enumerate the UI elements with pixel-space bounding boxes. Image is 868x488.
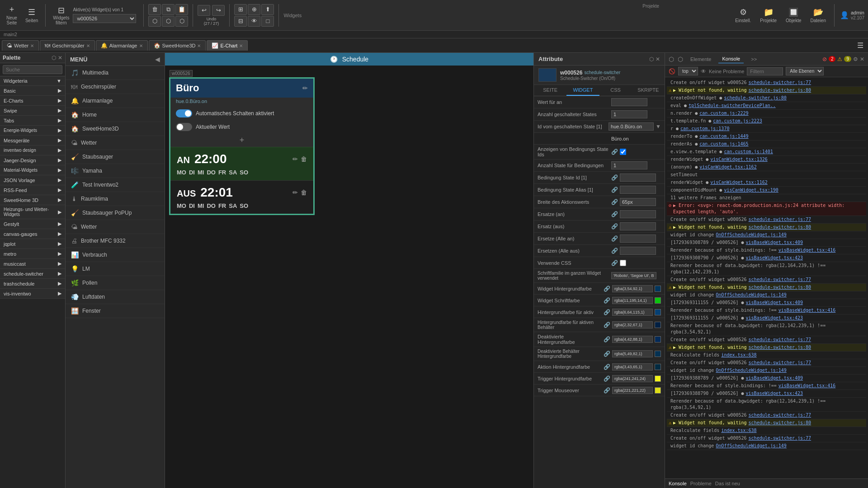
attr-input-ersatz-aus[interactable] bbox=[620, 222, 656, 230]
log-link[interactable]: visBaseWidget.tsx:423 bbox=[746, 390, 803, 397]
log-link[interactable]: schedule-switcher.js:77 bbox=[749, 337, 811, 343]
devtools-tab-more[interactable]: >> bbox=[747, 55, 760, 63]
tab-geschirrspueler[interactable]: 🍽 Geschirrspüler ✕ bbox=[40, 40, 95, 51]
toggle-auto[interactable] bbox=[176, 109, 192, 117]
attr-input-deact-bg[interactable] bbox=[612, 336, 653, 343]
attr-expand-btn[interactable]: ⬡ bbox=[649, 56, 654, 62]
palette-category-echarts[interactable]: E-Charts ▶ bbox=[0, 96, 65, 106]
log-link[interactable]: can.custom.js:1370 bbox=[680, 126, 729, 132]
wetter-tab-close[interactable]: ✕ bbox=[30, 43, 34, 48]
log-link[interactable]: OnOffScheduleWidget.js:149 bbox=[716, 443, 787, 449]
log-link[interactable]: visBaseWidget.tsx:416 bbox=[778, 383, 835, 389]
devtools-filter-input[interactable] bbox=[747, 67, 783, 75]
schedule-row-2-edit[interactable]: ✏ bbox=[292, 189, 298, 196]
attr-swatch-widget-bg[interactable] bbox=[655, 286, 661, 292]
tab-wetter[interactable]: 🌤 Wetter ✕ bbox=[2, 40, 39, 51]
log-link[interactable]: visCanWidget.tsx:190 bbox=[724, 187, 778, 193]
devtools-bottom-probleme[interactable]: Probleme bbox=[690, 481, 712, 486]
delete-button[interactable]: 🗑 bbox=[148, 4, 161, 15]
new-page-button[interactable]: + Neue Seite bbox=[4, 3, 20, 27]
nav-item-lm[interactable]: 💡 LM bbox=[66, 262, 165, 276]
attr-swatch-deact-bg[interactable] bbox=[655, 336, 661, 343]
log-link[interactable]: visBaseWidget.tsx:409 bbox=[746, 375, 803, 381]
log-link[interactable]: visBaseWidget.tsx:409 bbox=[746, 300, 803, 306]
devtools-panel-icon2[interactable]: ⬡ bbox=[678, 56, 683, 63]
palette-category-gestylt[interactable]: Gestylt ▶ bbox=[0, 219, 65, 229]
palette-category-jaeger[interactable]: Jaeger-Design ▶ bbox=[0, 155, 65, 165]
log-link[interactable]: visBaseWidget.tsx:423 bbox=[746, 315, 803, 321]
devtools-tab-elemente[interactable]: Elemente bbox=[687, 55, 715, 63]
attr-input-wert[interactable] bbox=[611, 98, 647, 106]
nav-item-staubsaugerpopup[interactable]: 🧹 Staubsauger PoPUp bbox=[66, 206, 165, 220]
attr-input-active-bg[interactable] bbox=[612, 309, 653, 316]
palette-category-widgeteria[interactable]: Widgeteria ▼ bbox=[0, 76, 65, 86]
palette-category-visinventwo[interactable]: vis-inventwo ▶ bbox=[0, 289, 65, 299]
palette-category-heizung[interactable]: Heizungs- und Wetter-Widgets ▶ bbox=[0, 205, 65, 219]
view3-button[interactable]: □ bbox=[261, 16, 274, 27]
log-link[interactable]: visBaseWidget.tsx:416 bbox=[778, 247, 835, 253]
nav-item-staubsauger[interactable]: 🧹 Staubsauger bbox=[66, 150, 165, 164]
attr-checkbox-css[interactable] bbox=[620, 260, 626, 266]
attr-input-action-bg[interactable] bbox=[612, 363, 653, 371]
attr-tab-widget[interactable]: WIDGET bbox=[566, 85, 599, 96]
nav-item-fenster[interactable]: 🪟 Fenster bbox=[66, 304, 165, 318]
attr-input-anzahl[interactable] bbox=[611, 110, 647, 118]
grid-button[interactable]: ⊟ bbox=[234, 16, 247, 27]
log-link[interactable]: OnOffScheduleWidget.js:149 bbox=[716, 292, 787, 298]
attr-close-btn[interactable]: ✕ bbox=[656, 56, 660, 62]
upload-button[interactable]: ⬆ bbox=[261, 4, 274, 15]
attr-swatch-active-bg[interactable] bbox=[655, 309, 661, 315]
log-link[interactable]: schedule-switcher.js:77 bbox=[749, 277, 811, 283]
log-link[interactable]: visBaseWidget.tsx:416 bbox=[778, 307, 835, 314]
tabs-menu-button[interactable]: ☰ bbox=[854, 41, 866, 50]
log-link[interactable]: schedule-switcher.js:77 bbox=[749, 412, 811, 418]
widget-add-btn[interactable]: + bbox=[170, 134, 313, 147]
log-link[interactable]: visCanWidget.tsx:1326 bbox=[710, 156, 767, 163]
objects-button[interactable]: 🔲 Objekte bbox=[783, 5, 804, 25]
attr-input-active-container-bg[interactable] bbox=[612, 321, 653, 328]
palette-category-basic[interactable]: Basic ▶ bbox=[0, 86, 65, 96]
attr-input-bed-alias[interactable] bbox=[620, 186, 656, 194]
attr-input-trigger-hover[interactable] bbox=[612, 387, 653, 394]
attr-tab-css[interactable]: CSS bbox=[599, 85, 632, 96]
sweethome3d-tab-close[interactable]: ✕ bbox=[197, 43, 201, 48]
palette-category-inventwo[interactable]: inventwo design ▶ bbox=[0, 145, 65, 155]
attr-input-ersetzen-alle-aus[interactable] bbox=[620, 247, 656, 255]
nav-item-yamaha[interactable]: 🎼 Yamaha bbox=[66, 164, 165, 178]
log-link[interactable]: index.tsx:638 bbox=[721, 427, 756, 434]
schedule-row-1-edit[interactable]: ✏ bbox=[292, 155, 298, 163]
attr-input-widget-bg[interactable] bbox=[612, 285, 653, 292]
copy-button[interactable]: ⧉ bbox=[162, 4, 175, 15]
top-select[interactable]: top bbox=[678, 67, 698, 75]
log-link[interactable]: schedule-switcher.js:77 bbox=[749, 360, 811, 366]
log-link[interactable]: can.custom.js:2223 bbox=[713, 118, 762, 124]
log-link[interactable]: visCanWidget.tsx:1162 bbox=[699, 164, 756, 170]
alarmanlage-tab-close[interactable]: ✕ bbox=[139, 43, 143, 48]
devtools-close-icon[interactable]: ✕ bbox=[860, 56, 864, 62]
nav-item-multimedia[interactable]: 🎵 Multimedia bbox=[66, 66, 165, 80]
devtools-panel-icon1[interactable]: ⬡ bbox=[669, 56, 674, 63]
log-link[interactable]: can.custom.js:1449 bbox=[699, 133, 748, 140]
clear-console-icon[interactable]: 🚫 bbox=[669, 68, 675, 75]
attr-swatch-active-container-bg[interactable] bbox=[655, 322, 661, 328]
attr-swatch-trigger-hover[interactable] bbox=[655, 387, 661, 394]
nav-item-alarmanlage[interactable]: 🔔 Alarmanlage bbox=[66, 94, 165, 108]
palette-category-energie[interactable]: Energie-Widgets ▶ bbox=[0, 126, 65, 136]
log-link[interactable]: can.custom.js:1465 bbox=[699, 141, 748, 147]
eye-icon[interactable]: 👁 bbox=[701, 68, 706, 75]
attr-input-anzahl-bed[interactable] bbox=[611, 161, 647, 169]
echart-tab-close[interactable]: ✕ bbox=[239, 43, 243, 48]
palette-search-input[interactable] bbox=[3, 65, 62, 74]
log-link[interactable]: schedule-switcher.js:80 bbox=[749, 344, 811, 351]
palette-category-messgeraete[interactable]: Messgeräte ▶ bbox=[0, 136, 65, 145]
palette-category-swipe[interactable]: Swipe ▶ bbox=[0, 106, 65, 116]
log-link[interactable]: OnOffScheduleWidget.js:149 bbox=[716, 367, 787, 374]
attr-input-ersatze-an[interactable] bbox=[620, 210, 656, 218]
palette-category-jqplot[interactable]: jqplot ▶ bbox=[0, 239, 65, 249]
tab-echart[interactable]: 📈 E-Chart ✕ bbox=[207, 40, 248, 51]
log-link[interactable]: schedule-switcher.js:80 bbox=[749, 420, 811, 426]
devtools-settings-icon[interactable]: ⚙ bbox=[853, 56, 858, 62]
devtools-tab-konsole[interactable]: Konsole bbox=[718, 55, 744, 63]
zoom-fit-button[interactable]: ⊞ bbox=[234, 4, 247, 15]
log-link[interactable]: visBaseWidget.tsx:423 bbox=[746, 255, 803, 261]
